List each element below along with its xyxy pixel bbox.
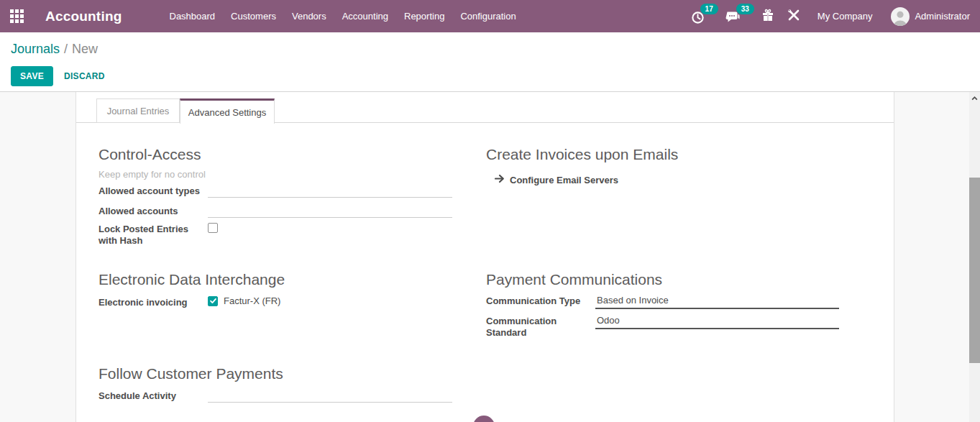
menu-reporting[interactable]: Reporting [396,0,452,32]
field-row-allowed-accounts: Allowed accounts [99,204,452,220]
menu-vendors[interactable]: Vendors [284,0,334,32]
discard-button[interactable]: DISCARD [64,71,105,81]
section-title-payment-communications: Payment Communications [486,271,662,288]
form-sheet: Journal Entries Advanced Settings Contro… [75,92,894,422]
activities-badge: 17 [700,4,718,14]
breadcrumb-separator: / [64,42,68,56]
main-menu: Dashboard Customers Vendors Accounting R… [162,0,524,32]
schedule-activity-input[interactable] [208,389,452,403]
control-access-help: Keep empty for no control [99,169,206,180]
section-title-create-invoices: Create Invoices upon Emails [486,146,678,163]
company-menu[interactable]: My Company [818,11,873,22]
gift-button[interactable] [761,9,774,24]
section-title-control-access: Control-Access [99,146,201,163]
user-name: Administrator [915,11,970,22]
factur-x-label: Factur-X (FR) [224,295,280,306]
topbar-right: 17 33 My Company Administrator [691,7,980,26]
content-area: Journal Entries Advanced Settings Contro… [0,92,980,422]
field-row-communication-standard: Communication Standard Odoo [486,314,839,343]
section-title-edi: Electronic Data Interchange [99,271,285,288]
activities-button[interactable]: 17 [691,9,718,24]
allowed-account-types-label: Allowed account types [99,185,221,197]
save-button[interactable]: SAVE [11,66,53,86]
communication-standard-label: Communication Standard [486,316,582,339]
section-title-follow-customer-payments: Follow Customer Payments [99,365,283,382]
menu-accounting[interactable]: Accounting [334,0,396,32]
communication-type-select[interactable]: Based on Invoice [595,294,839,309]
check-icon [209,297,217,305]
lock-posted-entries-label: Lock Posted Entries with Hash [99,224,194,247]
menu-configuration[interactable]: Configuration [452,0,523,32]
schedule-activity-label: Schedule Activity [99,390,221,402]
breadcrumb: Journals/New [11,42,98,57]
tab-advanced-settings[interactable]: Advanced Settings [180,98,275,124]
tab-journal-entries[interactable]: Journal Entries [96,98,180,123]
configure-email-servers-link[interactable]: Configure Email Servers [495,173,618,186]
lock-posted-entries-checkbox[interactable] [208,223,218,233]
notebook-tabs: Journal Entries Advanced Settings [76,92,894,123]
field-row-electronic-invoicing: Electronic invoicing Factur-X (FR) [99,295,452,311]
action-buttons: SAVE DISCARD [11,66,105,86]
scrollbar-thumb[interactable] [969,178,980,363]
configure-email-servers-label: Configure Email Servers [510,175,618,185]
breadcrumb-current: New [72,42,98,56]
factur-x-checkbox[interactable] [208,296,218,306]
avatar [891,7,910,26]
menu-customers[interactable]: Customers [223,0,284,32]
communication-standard-select[interactable]: Odoo [595,314,839,329]
apps-grid-icon [10,9,24,23]
apps-menu-button[interactable] [0,9,34,23]
user-menu[interactable]: Administrator [891,7,970,26]
menu-dashboard[interactable]: Dashboard [162,0,224,32]
field-row-allowed-account-types: Allowed account types [99,184,452,200]
communication-type-label: Communication Type [486,295,608,307]
breadcrumb-journals[interactable]: Journals [11,42,60,56]
tools-button[interactable] [787,9,800,24]
allowed-account-types-input[interactable] [208,184,452,198]
electronic-invoicing-label: Electronic invoicing [99,297,221,308]
app-name[interactable]: Accounting [45,9,122,24]
top-navbar: Accounting Dashboard Customers Vendors A… [0,0,980,32]
scrollbar-up-arrow[interactable] [969,92,980,104]
gift-icon [761,9,774,24]
allowed-accounts-label: Allowed accounts [99,206,221,217]
messages-button[interactable]: 33 [725,9,754,24]
tools-icon [787,9,800,24]
arrow-right-icon [495,173,505,186]
allowed-accounts-input[interactable] [208,204,452,218]
field-row-schedule-activity: Schedule Activity [99,389,452,405]
field-row-communication-type: Communication Type Based on Invoice [486,294,839,310]
field-row-lock-posted-entries: Lock Posted Entries with Hash [99,222,452,252]
control-panel: Journals/New SAVE DISCARD [0,32,980,92]
messages-badge: 33 [736,4,754,14]
vertical-scrollbar[interactable] [969,92,980,422]
